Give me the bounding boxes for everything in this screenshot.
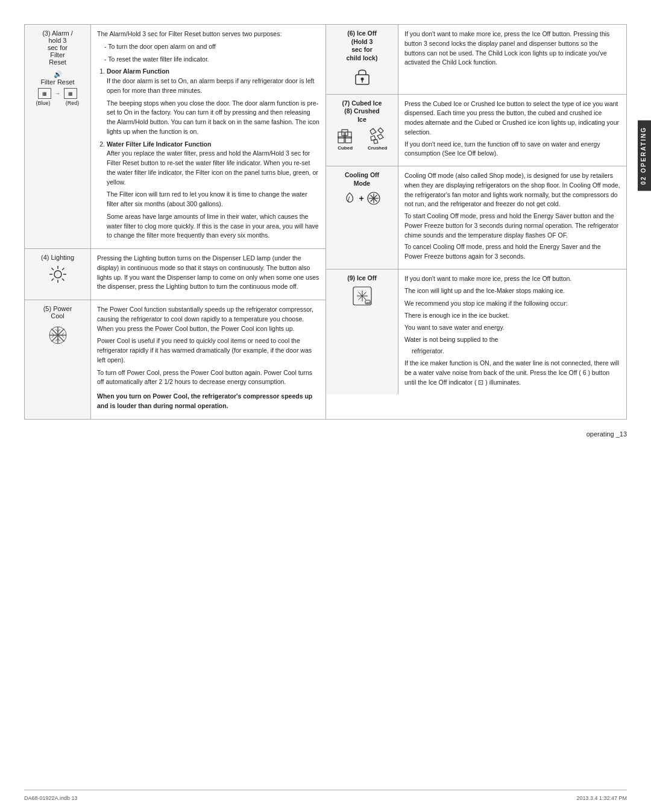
footer-right: 2013.3.4 1:32:47 PM: [576, 795, 627, 801]
cooling-off-text3: To cancel Cooling Off mode, press and ho…: [404, 242, 620, 262]
crushed-icon-label: Crushed: [368, 145, 387, 151]
alarm-list: Door Alarm Function If the door alarm is…: [97, 67, 319, 241]
ice-off-body: If you don't want to make more ice, pres…: [398, 269, 626, 395]
svg-line-5: [51, 268, 54, 271]
ice-off-label: (9) Ice Off OFF: [326, 269, 398, 395]
ice-off-dash1: There is enough ice in the ice bucket.: [404, 311, 620, 321]
door-alarm-body2: The beeping stops when you close the doo…: [107, 99, 319, 137]
alarm-body: The Alarm/Hold 3 sec for Filter Reset bu…: [91, 25, 326, 248]
svg-line-7: [62, 268, 64, 271]
cooling-off-title: Cooling Off Mode: [330, 171, 394, 187]
filter-arrow-row: ▦ → ▦: [28, 88, 87, 99]
alarm-dash1: - To turn the door open alarm on and off: [97, 42, 319, 52]
ice-off-dash3-line2: refrigerator.: [404, 347, 620, 356]
plus-icon: +: [359, 194, 363, 203]
cooling-off-body: Cooling Off mode (also called Shop mode)…: [398, 166, 626, 269]
water-filter-body3: Some areas have large amounts of lime in…: [107, 212, 319, 241]
cubed-crushed-label: (7) Cubed Ice (8) Crushed Ice: [326, 95, 398, 166]
alarm-item1: Door Alarm Function If the door alarm is…: [107, 67, 319, 136]
arrow-icon: →: [55, 90, 60, 96]
alarm-label: (3) Alarm / hold 3 sec for Filter Reset …: [25, 25, 91, 248]
cubed-crushed-body: Press the Cubed Ice or Crushed Ice butto…: [398, 95, 626, 166]
svg-marker-34: [374, 139, 378, 143]
cooling-icons-row: +: [330, 191, 394, 206]
iceoff-hold-title: (6) Ice Off (Hold 3 sec for child lock): [330, 30, 394, 63]
svg-marker-31: [378, 128, 383, 133]
filter-reset-sub: Filter Reset: [28, 78, 87, 86]
section-powercool: (5) Power Cool: [25, 300, 326, 419]
ice-off-dash2: You want to save water and energy.: [404, 323, 620, 333]
svg-text:OFF: OFF: [366, 301, 371, 304]
lighting-text: Pressing the Lighting button turns on th…: [97, 254, 319, 292]
powercool-title: (5) Power Cool: [28, 305, 87, 319]
lock-icon: [330, 66, 394, 89]
water-filter-body1: After you replace the water filter, pres…: [107, 149, 319, 187]
svg-rect-26: [342, 130, 348, 136]
powercool-text3: To turn off Power Cool, press the Power …: [97, 368, 319, 388]
lighting-title: (4) Lighting: [28, 254, 87, 261]
section-lighting: (4) Lighting: [25, 249, 326, 300]
cooling-off-label: Cooling Off Mode +: [326, 166, 398, 269]
blue-label: (Blue): [36, 100, 51, 106]
alarm-item2: Water Filter Life Indicator Function Aft…: [107, 140, 319, 241]
door-alarm-body1: If the door alarm is set to On, an alarm…: [107, 77, 319, 96]
powercool-bold: When you turn on Power Cool, the refrige…: [97, 392, 319, 411]
cubed-crushed-text2: If you don't need ice, turn the function…: [404, 140, 620, 159]
blue-box-icon: ▦: [38, 88, 51, 99]
svg-line-6: [62, 279, 64, 281]
ice-off-dash3-line1: Water is not being supplied to the: [404, 335, 620, 345]
lighting-body: Pressing the Lighting button turns on th…: [91, 249, 326, 300]
section-ice-off: (9) Ice Off OFF: [326, 269, 626, 395]
red-box-icon: ▦: [64, 88, 77, 99]
left-column: (3) Alarm / hold 3 sec for Filter Reset …: [24, 24, 326, 420]
side-operating-tab: 02 OPERATING: [638, 121, 651, 191]
ice-off-text1: If you don't want to make more ice, pres…: [404, 274, 620, 284]
main-content: (3) Alarm / hold 3 sec for Filter Reset …: [24, 24, 627, 420]
cooling-off-text2: To start Cooling Off mode, press and hol…: [404, 212, 620, 240]
powercool-body: The Power Cool function substantially sp…: [91, 300, 326, 419]
cubed-crushed-title: (7) Cubed Ice (8) Crushed Ice: [330, 99, 394, 124]
cubed-icon-label: Cubed: [337, 145, 354, 151]
iceoff-hold-label: (6) Ice Off (Hold 3 sec for child lock): [326, 25, 398, 94]
alarm-title: (3) Alarm / hold 3 sec for Filter Reset: [28, 30, 87, 66]
powercool-text2: Power Cool is useful if you need to quic…: [97, 336, 319, 365]
svg-marker-30: [370, 128, 376, 134]
snowflake-icon: [28, 324, 87, 350]
lighting-label: (4) Lighting: [25, 249, 91, 300]
right-column: (6) Ice Off (Hold 3 sec for child lock): [326, 24, 627, 420]
footer-left: DA68-01922A.indb 13: [24, 795, 78, 801]
iceoff-icon: OFF: [330, 286, 394, 309]
alarm-dash2: - To reset the water filter life indicat…: [97, 55, 319, 65]
cubed-icon-item: Cubed: [337, 127, 354, 151]
lighting-icon: [28, 265, 87, 288]
powercool-label: (5) Power Cool: [25, 300, 91, 419]
page: 02 OPERATING (3) Alarm / hold 3 sec for …: [0, 0, 651, 812]
section-iceoff-hold: (6) Ice Off (Hold 3 sec for child lock): [326, 25, 626, 95]
iceoff-hold-text: If you don't want to make more ice, pres…: [404, 30, 620, 68]
ice-off-text2: The icon will light up and the Ice-Maker…: [404, 286, 620, 296]
speaker-icon: 🔊: [28, 71, 87, 78]
section-alarm: (3) Alarm / hold 3 sec for Filter Reset …: [25, 25, 326, 249]
svg-point-23: [360, 77, 363, 80]
door-alarm-title: Door Alarm Function: [107, 68, 169, 75]
alarm-intro: The Alarm/Hold 3 sec for Filter Reset bu…: [97, 30, 319, 39]
page-number: operating _13: [24, 430, 627, 438]
cubed-crushed-text1: Press the Cubed Ice or Crushed Ice butto…: [404, 99, 620, 137]
svg-line-35: [348, 197, 350, 201]
ice-icons-row: Cubed Crushed: [330, 127, 394, 151]
crushed-icon-item: Crushed: [368, 127, 387, 151]
svg-marker-33: [377, 134, 383, 139]
ice-off-text3: If the ice maker function is ON, and the…: [404, 359, 620, 387]
footer: DA68-01922A.indb 13 2013.3.4 1:32:47 PM: [24, 790, 627, 801]
powercool-text1: The Power Cool function substantially sp…: [97, 305, 319, 333]
cooling-off-text1: Cooling Off mode (also called Shop mode)…: [404, 171, 620, 209]
red-label: (Red): [66, 100, 80, 106]
water-filter-body2: The Filter icon will turn red to let you…: [107, 190, 319, 209]
ice-off-title: (9) Ice Off: [330, 274, 394, 283]
iceoff-hold-body: If you don't want to make more ice, pres…: [398, 25, 626, 94]
svg-line-8: [51, 279, 54, 281]
section-cubed-crushed: (7) Cubed Ice (8) Crushed Ice: [326, 95, 626, 167]
water-filter-title: Water Filter Life Indicator Function: [107, 140, 211, 148]
section-cooling-off: Cooling Off Mode +: [326, 166, 626, 269]
svg-point-0: [54, 271, 61, 278]
